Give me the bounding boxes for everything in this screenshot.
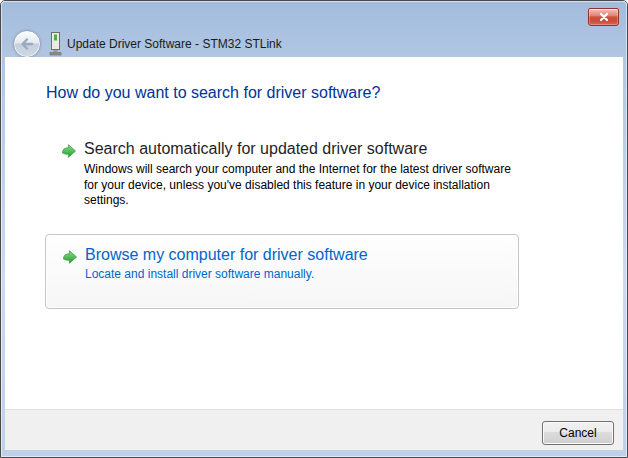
driver-device-icon — [47, 32, 64, 57]
option-description: Locate and install driver software manua… — [85, 267, 368, 283]
footer-bar: Cancel — [5, 409, 623, 450]
option-browse-link[interactable]: Browse my computer for driver software L… — [62, 245, 502, 283]
window-title: Update Driver Software - STM32 STLink — [67, 31, 282, 57]
option-search-automatically[interactable]: Search automatically for updated driver … — [61, 139, 591, 209]
close-button[interactable] — [588, 8, 619, 26]
back-button[interactable] — [13, 30, 41, 58]
page-title: How do you want to search for driver sof… — [46, 84, 380, 102]
update-driver-wizard-window: Update Driver Software - STM32 STLink Ho… — [0, 0, 628, 458]
option-title: Search automatically for updated driver … — [84, 139, 511, 159]
cancel-button[interactable]: Cancel — [542, 421, 614, 445]
back-arrow-icon — [18, 35, 36, 53]
option-browse-computer[interactable]: Browse my computer for driver software L… — [45, 234, 519, 309]
option-texts: Browse my computer for driver software L… — [85, 245, 368, 283]
option-texts: Search automatically for updated driver … — [84, 139, 511, 209]
close-icon — [599, 12, 609, 22]
option-description: Windows will search your computer and th… — [84, 162, 511, 209]
option-title: Browse my computer for driver software — [85, 245, 368, 265]
green-arrow-icon — [61, 143, 77, 159]
green-arrow-icon — [62, 249, 78, 265]
content-panel: How do you want to search for driver sof… — [5, 57, 623, 409]
